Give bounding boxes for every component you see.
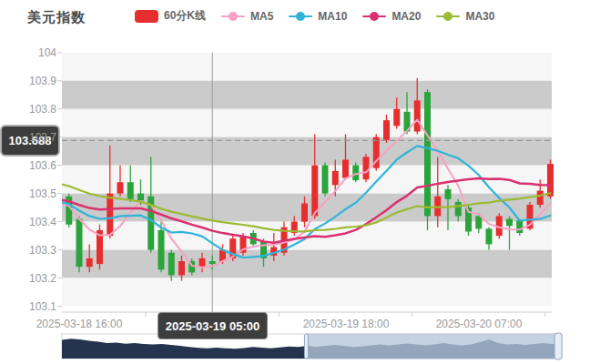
legend-item-ma10[interactable]: MA10 [289, 10, 347, 23]
y-axis-label: 103.5 [15, 187, 56, 200]
ma30-legend-swatch-icon [436, 10, 460, 23]
legend-item-ma30[interactable]: MA30 [436, 10, 494, 23]
legend-item-label: 60分K线 [164, 8, 206, 24]
x-axis-label-2: 2025-03-19 18:00 [291, 318, 401, 330]
ma20-legend-swatch-icon [362, 10, 386, 23]
page-title: 美元指数 [27, 9, 86, 26]
plot-area[interactable] [62, 53, 552, 312]
y-axis-label: 103.4 [15, 216, 56, 228]
y-axis-label: 103.1 [15, 300, 56, 313]
navigator-window[interactable] [306, 334, 557, 359]
y-axis-label: 103.9 [15, 75, 56, 87]
y-axis-label: 103.7 [15, 131, 56, 144]
legend-item-label: MA5 [250, 10, 273, 23]
legend-item-label: MA10 [318, 10, 347, 23]
ma5-legend-swatch-icon [221, 10, 245, 23]
axis-pointer-tooltip: 2025-03-19 05:00 [158, 312, 268, 339]
y-axis-label: 103.2 [15, 272, 56, 285]
candle-body [56, 174, 62, 197]
y-axis-label: 103.8 [15, 103, 56, 116]
legend-item-label: MA20 [391, 10, 421, 23]
kline-chart-svg [0, 0, 610, 364]
legend-item-ma5[interactable]: MA5 [221, 10, 273, 23]
y-axis-label: 103.6 [15, 159, 56, 172]
x-axis-label-1: 2025-03-18 16:00 [25, 318, 134, 330]
kline-legend-swatch-icon [135, 10, 158, 23]
navigator-right-handle[interactable] [554, 333, 562, 359]
navigator-left-handle[interactable] [304, 334, 308, 359]
y-axis-label: 104 [15, 46, 56, 59]
ma10-legend-swatch-icon [289, 10, 312, 23]
data-zoom-navigator [62, 333, 562, 359]
kline-chart-panel: 美元指数 60分K线 MA5 MA10 MA20 MA30 2025-03-18… [0, 0, 610, 364]
legend-item-kline[interactable]: 60分K线 [135, 8, 206, 24]
legend-item-ma20[interactable]: MA20 [362, 10, 421, 23]
x-axis-label-3: 2025-03-20 07:00 [424, 318, 534, 330]
legend-item-label: MA30 [465, 10, 494, 23]
y-axis-label: 103.3 [15, 244, 56, 257]
legend: 60分K线 MA5 MA10 MA20 MA30 [135, 8, 494, 24]
